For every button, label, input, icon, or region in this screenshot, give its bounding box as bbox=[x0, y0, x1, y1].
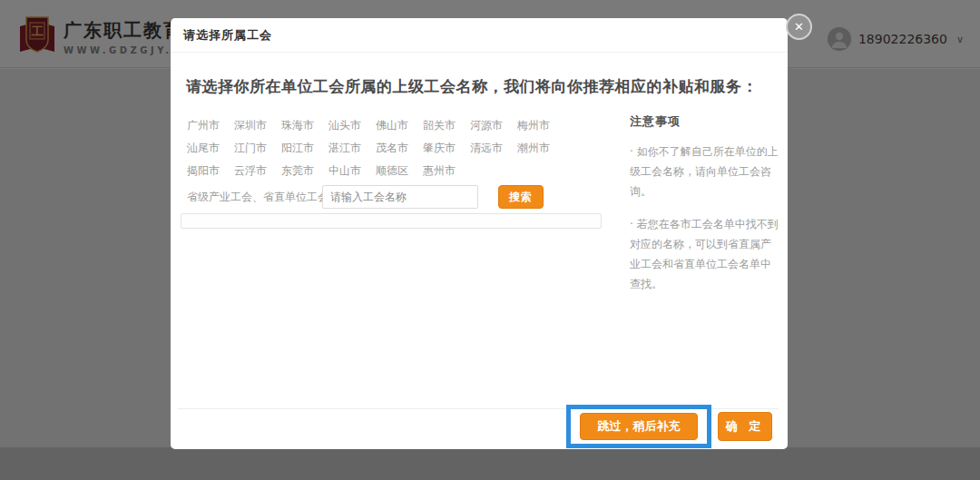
city-link[interactable]: 顺德区 bbox=[376, 163, 412, 179]
city-link[interactable]: 汕尾市 bbox=[187, 141, 223, 156]
note-text: 如你不了解自己所在单位的上级工会名称，请向单位工会咨询。 bbox=[630, 145, 779, 198]
bullet-marker: · bbox=[630, 145, 633, 158]
annotation-highlight-box: 跳过，稍后补充 bbox=[566, 405, 711, 448]
city-link[interactable]: 清远市 bbox=[470, 141, 506, 156]
city-row-2: 汕尾市江门市阳江市湛江市茂名市肇庆市清远市潮州市 bbox=[187, 138, 564, 156]
provincial-union-link[interactable]: 省级产业工会、省直单位工会 bbox=[187, 190, 328, 205]
close-button[interactable]: ✕ bbox=[786, 14, 812, 40]
city-link[interactable]: 佛山市 bbox=[376, 118, 412, 133]
city-link[interactable]: 江门市 bbox=[234, 141, 270, 156]
skip-button[interactable]: 跳过，稍后补充 bbox=[580, 413, 698, 440]
city-link[interactable]: 珠海市 bbox=[281, 118, 318, 133]
city-link[interactable]: 汕头市 bbox=[328, 118, 365, 133]
modal-heading: 请选择你所在单位工会所属的上级工会名称，我们将向你推荐相应的补贴和服务： bbox=[186, 76, 776, 97]
modal-title: 请选择所属工会 bbox=[171, 18, 788, 53]
city-link[interactable]: 阳江市 bbox=[281, 141, 318, 156]
city-link[interactable]: 深圳市 bbox=[234, 118, 270, 133]
city-row-1: 广州市深圳市珠海市汕头市佛山市韶关市河源市梅州市 bbox=[187, 115, 564, 133]
city-row-3: 揭阳市云浮市东莞市中山市顺德区惠州市 bbox=[187, 161, 470, 179]
notes-title: 注意事项 bbox=[630, 113, 780, 130]
note-item: ·如你不了解自己所在单位的上级工会名称，请向单位工会咨询。 bbox=[630, 142, 780, 202]
city-link[interactable]: 中山市 bbox=[328, 163, 365, 179]
search-button[interactable]: 搜索 bbox=[498, 185, 544, 209]
city-link[interactable]: 茂名市 bbox=[376, 141, 412, 156]
city-link[interactable]: 广州市 bbox=[187, 118, 223, 133]
city-link[interactable]: 梅州市 bbox=[517, 118, 554, 133]
bullet-marker: · bbox=[630, 218, 633, 230]
close-icon: ✕ bbox=[794, 20, 804, 34]
city-link[interactable]: 韶关市 bbox=[423, 118, 459, 133]
union-name-input[interactable] bbox=[322, 185, 478, 209]
note-item: ·若您在各市工会名单中找不到对应的名称，可以到省直属产业工会和省直单位工会名单中… bbox=[630, 214, 780, 295]
city-link[interactable]: 云浮市 bbox=[234, 163, 270, 179]
union-select-modal: 请选择所属工会 请选择你所在单位工会所属的上级工会名称，我们将向你推荐相应的补贴… bbox=[171, 18, 788, 449]
city-link[interactable]: 湛江市 bbox=[328, 141, 365, 156]
city-link[interactable]: 河源市 bbox=[470, 118, 506, 133]
city-link[interactable]: 肇庆市 bbox=[423, 141, 459, 156]
city-link[interactable]: 揭阳市 bbox=[187, 163, 223, 179]
city-link[interactable]: 惠州市 bbox=[423, 163, 459, 179]
city-link[interactable]: 潮州市 bbox=[517, 141, 554, 156]
city-link[interactable]: 东莞市 bbox=[281, 163, 318, 179]
notes-panel: 注意事项 ·如你不了解自己所在单位的上级工会名称，请向单位工会咨询。·若您在各市… bbox=[630, 113, 780, 294]
search-results-box bbox=[181, 213, 602, 229]
confirm-button[interactable]: 确 定 bbox=[718, 412, 772, 441]
note-text: 若您在各市工会名单中找不到对应的名称，可以到省直属产业工会和省直单位工会名单中查… bbox=[630, 218, 779, 291]
